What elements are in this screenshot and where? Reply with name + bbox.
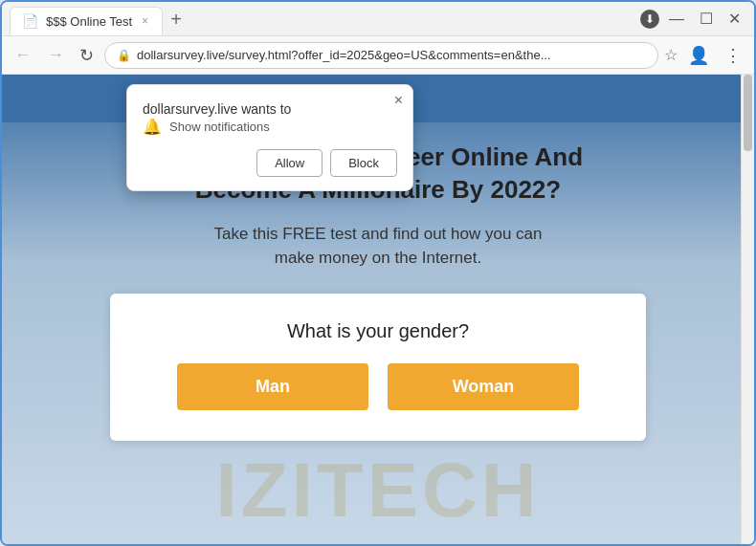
allow-button[interactable]: Allow <box>256 149 322 177</box>
close-button[interactable]: ✕ <box>723 8 746 30</box>
tab-area: 📄 $$$ Online Test × + <box>10 2 633 35</box>
tab-favicon: 📄 <box>22 13 38 29</box>
address-bar: ← → ↻ 🔒 dollarsurvey.live/survey.html?of… <box>2 36 754 75</box>
new-tab-button[interactable]: + <box>163 8 189 31</box>
scrollbar-thumb[interactable] <box>744 75 752 151</box>
tab-close-button[interactable]: × <box>140 12 150 30</box>
survey-question: What is your gender? <box>148 320 608 342</box>
maximize-button[interactable]: ☐ <box>694 8 719 30</box>
tab-title: $$$ Online Test <box>46 14 132 29</box>
subheadline-line1: Take this FREE test and find out how you… <box>213 225 542 243</box>
permission-text: Show notifications <box>169 120 270 134</box>
block-button[interactable]: Block <box>330 149 397 177</box>
forward-button[interactable]: → <box>42 43 69 67</box>
popup-title: dollarsurvey.live wants to <box>143 101 291 117</box>
active-tab[interactable]: 📄 $$$ Online Test × <box>10 7 163 35</box>
minimize-button[interactable]: — <box>663 9 690 30</box>
reload-button[interactable]: ↻ <box>75 43 99 68</box>
subheadline-line2: make money on the Internet. <box>275 249 481 267</box>
scrollbar[interactable] <box>741 75 754 544</box>
notification-popup: dollarsurvey.live wants to × 🔔 Show noti… <box>126 84 413 191</box>
subheadline: Take this FREE test and find out how you… <box>213 222 542 271</box>
profile-button[interactable]: 👤 <box>683 43 714 68</box>
window-controls: ⬇ — ☐ ✕ <box>640 8 746 30</box>
browser-window: 📄 $$$ Online Test × + ⬇ — ☐ ✕ ← → ↻ 🔒 do… <box>0 0 756 546</box>
popup-permission-row: 🔔 Show notifications <box>143 118 397 136</box>
url-display: dollarsurvey.live/survey.html?offer_id=2… <box>137 48 646 62</box>
title-bar: 📄 $$$ Online Test × + ⬇ — ☐ ✕ <box>2 2 754 36</box>
popup-buttons: Allow Block <box>143 149 397 177</box>
popup-close-button[interactable]: × <box>394 93 403 108</box>
survey-buttons: Man Woman <box>148 363 608 410</box>
lock-icon: 🔒 <box>117 49 131 62</box>
bell-icon: 🔔 <box>143 118 162 136</box>
watermark: IZITECH <box>215 447 540 535</box>
man-button[interactable]: Man <box>177 363 368 410</box>
browser-menu-button[interactable]: ⋮ <box>720 43 746 68</box>
bookmark-button[interactable]: ☆ <box>664 46 678 64</box>
page-content: Can You Start A Career Online And Become… <box>2 75 754 544</box>
survey-box: What is your gender? Man Woman <box>110 294 646 441</box>
back-button[interactable]: ← <box>10 43 36 67</box>
download-indicator[interactable]: ⬇ <box>640 10 659 29</box>
woman-button[interactable]: Woman <box>388 363 579 410</box>
address-input-wrap[interactable]: 🔒 dollarsurvey.live/survey.html?offer_id… <box>104 42 658 69</box>
